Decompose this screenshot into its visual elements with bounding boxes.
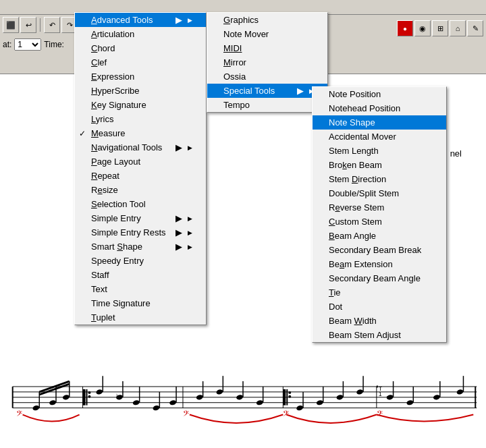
- repeat-label: Repeat: [91, 171, 192, 181]
- menu-item-tie[interactable]: Tie: [313, 285, 446, 300]
- menu-item-tuplet[interactable]: Tuplet: [75, 310, 206, 325]
- menu-item-hyperscribe[interactable]: HyperScribe: [75, 84, 206, 98]
- svg-point-21: [49, 399, 56, 405]
- dot-label: Dot: [329, 302, 433, 312]
- menu-item-chord[interactable]: Chord: [75, 41, 206, 55]
- menu-item-simple-entry-rests[interactable]: Simple Entry Rests ▶: [75, 225, 206, 240]
- menu-item-key-signature[interactable]: Key Signature: [75, 98, 206, 112]
- toolbar-btn-new[interactable]: ⬛: [3, 17, 19, 33]
- menu-item-beam-width[interactable]: Beam Width: [313, 314, 446, 328]
- menu-item-beam-extension[interactable]: Beam Extension: [313, 257, 446, 271]
- chord-label: Chord: [91, 43, 192, 53]
- toolbar-right-btn4[interactable]: ⌂: [450, 20, 466, 36]
- svg-point-29: [132, 399, 140, 405]
- svg-point-50: [356, 389, 363, 395]
- resize-label: Resize: [91, 185, 192, 195]
- measure-label: Measure: [91, 128, 192, 138]
- menu-item-articulation[interactable]: Articulation: [75, 27, 206, 41]
- menu-item-ossia[interactable]: Ossia: [207, 69, 327, 84]
- menu-item-beam-stem-adjust[interactable]: Beam Stem Adjust: [313, 328, 446, 342]
- reverse-stem-label: Reverse Stem: [329, 202, 433, 213]
- menu-item-notehead-position[interactable]: Notehead Position: [313, 101, 446, 115]
- menu-item-clef[interactable]: Clef: [75, 55, 206, 69]
- menu-item-special-tools[interactable]: Special Tools ▶: [207, 84, 327, 98]
- svg-point-37: [216, 389, 223, 395]
- menu-item-staff[interactable]: Staff: [75, 268, 206, 282]
- menu-item-expression[interactable]: Expression: [75, 69, 206, 84]
- toolbar-right-btn5[interactable]: ✎: [467, 20, 483, 36]
- menu-item-note-shape[interactable]: Note Shape: [313, 115, 446, 130]
- menu-item-custom-stem[interactable]: Custom Stem: [313, 215, 446, 229]
- svg-text:𝄢: 𝄢: [283, 409, 289, 420]
- toolbar-right-btn1[interactable]: ●: [397, 20, 413, 36]
- menu-item-note-position[interactable]: Note Position: [313, 87, 446, 101]
- secondary-beam-angle-label: Secondary Beam Angle: [329, 273, 433, 283]
- text-label: Text: [91, 284, 192, 294]
- menu-item-reverse-stem[interactable]: Reverse Stem: [313, 200, 446, 215]
- menu-l1: Advanced Tools ▶ Articulation Chord Clef…: [74, 12, 207, 325]
- svg-point-54: [406, 399, 414, 405]
- right-toolbar: ● ◉ ⊞ ⌂ ✎: [397, 20, 483, 36]
- menu-item-mirror[interactable]: Mirror: [207, 55, 327, 69]
- time-label: Time:: [44, 40, 64, 49]
- tempo-label: Tempo: [223, 100, 314, 110]
- menu-item-time-signature[interactable]: Time Signature: [75, 296, 206, 310]
- menu-item-text[interactable]: Text: [75, 282, 206, 296]
- svg-point-58: [456, 389, 464, 395]
- menu-item-secondary-beam-angle[interactable]: Secondary Beam Angle: [313, 271, 446, 285]
- toolbar-right-btn2[interactable]: ◉: [414, 20, 431, 36]
- midi-label: MIDI: [223, 43, 314, 53]
- menu-item-page-layout[interactable]: Page Layout: [75, 155, 206, 169]
- menu-item-midi[interactable]: MIDI: [207, 41, 327, 55]
- key-signature-label: Key Signature: [91, 100, 192, 110]
- stem-length-label: Stem Length: [329, 146, 433, 156]
- svg-point-33: [169, 399, 176, 405]
- special-tools-label: Special Tools: [223, 86, 297, 96]
- svg-point-19: [32, 405, 40, 411]
- menu-item-stem-direction[interactable]: Stem Direction: [313, 172, 446, 186]
- svg-point-31: [153, 405, 160, 411]
- menu-item-lyrics[interactable]: Lyrics: [75, 112, 206, 126]
- menu-item-accidental-mover[interactable]: Accidental Mover: [313, 130, 446, 144]
- menu-item-measure[interactable]: Measure: [75, 126, 206, 140]
- menu-item-simple-entry[interactable]: Simple Entry ▶: [75, 211, 206, 225]
- beam-width-label: Beam Width: [329, 316, 433, 326]
- menu-item-dot[interactable]: Dot: [313, 300, 446, 314]
- accidental-mover-label: Accidental Mover: [329, 132, 433, 142]
- note-mover-label: Note Mover: [223, 29, 314, 39]
- menu-item-advanced-tools[interactable]: Advanced Tools ▶: [75, 13, 206, 27]
- mirror-label: Mirror: [223, 57, 314, 67]
- menu-item-stem-length[interactable]: Stem Length: [313, 144, 446, 158]
- svg-point-48: [336, 394, 344, 400]
- note-position-label: Note Position: [329, 89, 433, 99]
- broken-beam-label: Broken Beam: [329, 160, 433, 170]
- selection-tool-label: Selection Tool: [91, 199, 192, 209]
- menu-item-repeat[interactable]: Repeat: [75, 169, 206, 183]
- menu-item-smart-shape[interactable]: Smart Shape ▶: [75, 240, 206, 254]
- menu-item-secondary-beam-break[interactable]: Secondary Beam Break: [313, 243, 446, 257]
- menu-item-graphics[interactable]: Graphics: [207, 13, 327, 27]
- menu-item-navigational-tools[interactable]: Navigational Tools ▶: [75, 140, 206, 155]
- hyperscribe-label: HyperScribe: [91, 86, 192, 96]
- toolbar-right-btn3[interactable]: ⊞: [432, 20, 448, 36]
- menu-item-tempo[interactable]: Tempo: [207, 98, 327, 112]
- menu-item-speedy-entry[interactable]: Speedy Entry: [75, 254, 206, 268]
- menu-item-resize[interactable]: Resize: [75, 183, 206, 197]
- toolbar-btn-open[interactable]: ↩: [20, 17, 36, 33]
- menu-item-double-split-stem[interactable]: Double/Split Stem: [313, 186, 446, 200]
- menu-item-selection-tool[interactable]: Selection Tool: [75, 197, 206, 211]
- menu-item-note-mover[interactable]: Note Mover: [207, 27, 327, 41]
- beam-angle-label: Beam Angle: [329, 231, 433, 241]
- toolbar-btn-undo[interactable]: ↶: [44, 17, 60, 33]
- svg-point-39: [236, 394, 243, 400]
- submenu-arrow-advanced: ▶: [176, 15, 182, 25]
- custom-stem-label: Custom Stem: [329, 217, 433, 227]
- svg-text:𝄢: 𝄢: [16, 409, 22, 420]
- menu-item-broken-beam[interactable]: Broken Beam: [313, 158, 446, 172]
- svg-text:1: 1: [379, 391, 382, 397]
- speedy-entry-label: Speedy Entry: [91, 256, 192, 266]
- menu-item-beam-angle[interactable]: Beam Angle: [313, 229, 446, 243]
- svg-rect-16: [286, 389, 288, 405]
- at-select[interactable]: 1: [14, 38, 41, 51]
- beam-stem-adjust-label: Beam Stem Adjust: [329, 330, 433, 340]
